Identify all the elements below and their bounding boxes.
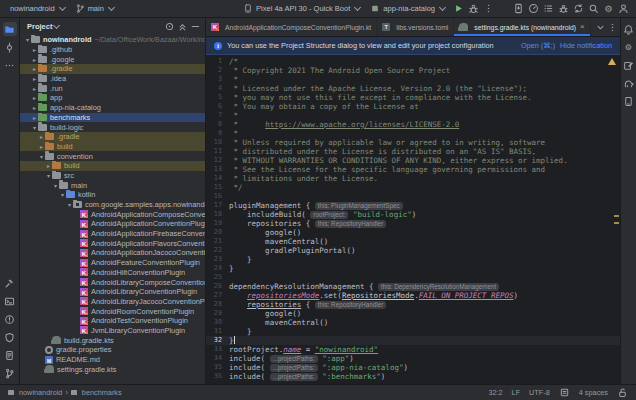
code-line-12[interactable]: 12 * WITHOUT WARRANTIES OR CONDITIONS OF… [206, 156, 620, 165]
run-icon[interactable] [451, 2, 465, 16]
settings-icon[interactable]: ⚙ [601, 2, 615, 16]
tree-item-.google[interactable]: ▸.google [20, 54, 205, 64]
code-line-14[interactable]: 14 * limitations under the License. [206, 174, 620, 183]
collapse-all-icon[interactable] [176, 21, 188, 33]
code-line-19[interactable]: 19 repositories { this: RepositoryHandle… [206, 219, 620, 228]
tree-item-AndroidApplicationFirebaseConventionPlugin[interactable]: AndroidApplicationFirebaseConventionPlug… [20, 229, 205, 239]
tree-item-AndroidRoomConventionPlugin[interactable]: AndroidRoomConventionPlugin [20, 306, 205, 316]
todo-list-icon[interactable] [541, 2, 555, 16]
tree-item-.run[interactable]: ▸.run [20, 83, 205, 93]
tree-item-.gradle[interactable]: ▸.gradle [20, 132, 205, 142]
tab-settings.gradle.kts (nowinandroid)[interactable]: settings.gradle.kts (nowinandroid)× [454, 18, 590, 36]
chevron-collapsed-icon[interactable]: ▸ [31, 85, 38, 92]
chevron-down-icon[interactable] [594, 21, 606, 33]
code-line-17[interactable]: 17pluginManagement { this: PluginManagem… [206, 201, 620, 210]
code-line-1[interactable]: 1/* [206, 57, 620, 66]
chevron-collapsed-icon[interactable]: ▸ [31, 75, 38, 82]
chevron-collapsed-icon[interactable]: ▸ [31, 46, 38, 53]
code-line-25[interactable]: 25 [206, 273, 620, 282]
attach-debugger-icon[interactable] [556, 2, 570, 16]
chevron-collapsed-icon[interactable]: ▸ [31, 104, 38, 111]
run-configuration-selector[interactable]: app-nia-catalog [366, 4, 449, 14]
code-line-22[interactable]: 22 gradlePluginPortal() [206, 246, 620, 255]
tree-item-nowinandroid[interactable]: ▾nowinandroid~/Data/OfficeWork/Bazaar/Wo… [20, 35, 205, 45]
chevron-expanded-icon[interactable]: ▾ [59, 191, 66, 198]
more-h-icon[interactable] [3, 58, 17, 72]
code-line-5[interactable]: 5 * you may not use this file except in … [206, 93, 620, 102]
code-line-2[interactable]: 2 * Copyright 2021 The Android Open Sour… [206, 66, 620, 75]
more-v-icon[interactable] [481, 2, 495, 16]
code-line-16[interactable]: 16 [206, 192, 620, 201]
notifications-icon[interactable] [622, 22, 636, 36]
tree-item-build[interactable]: ▸build [20, 161, 205, 171]
tree-item-.gradle[interactable]: ▸.gradle [20, 64, 205, 74]
code-line-8[interactable]: 8 * https://www.apache.org/licenses/LICE… [206, 120, 620, 129]
breadcrumb-project[interactable]: nowinandroid [19, 388, 62, 397]
hide-icon[interactable] [189, 21, 201, 33]
tree-item-convention[interactable]: ▾convention [20, 151, 205, 161]
tree-item-benchmarks[interactable]: ▸benchmarks [20, 113, 205, 123]
tab-libs.versions.toml[interactable]: libs.versions.toml [377, 18, 454, 36]
tree-item-gradle.properties[interactable]: gradle.properties [20, 345, 205, 355]
tree-item-README.md[interactable]: README.md [20, 355, 205, 365]
inspection-warning-icon[interactable] [608, 58, 616, 65]
tree-item-AndroidApplicationFlavorsConventionPlugin[interactable]: AndroidApplicationFlavorsConventionPlugi… [20, 238, 205, 248]
tree-item-settings.gradle.kts[interactable]: settings.gradle.kts [20, 364, 205, 374]
bug-icon[interactable] [466, 2, 480, 16]
app-quality-insights-icon[interactable] [3, 330, 17, 344]
code-line-21[interactable]: 21 mavenCentral() [206, 237, 620, 246]
gradle-icon[interactable] [622, 76, 636, 90]
code-line-34[interactable]: 34include( ...projectPaths: ":app") [206, 354, 620, 363]
tab-AndroidApplicationComposeConventionPlugin.kt[interactable]: AndroidApplicationComposeConventionPlugi… [206, 18, 377, 36]
version-control-icon[interactable] [3, 366, 17, 380]
code-line-20[interactable]: 20 google() [206, 228, 620, 237]
chevron-expanded-icon[interactable]: ▾ [66, 201, 73, 208]
scrollbar-warning-mark[interactable] [614, 222, 619, 224]
chevron-collapsed-icon[interactable]: ▸ [45, 162, 52, 169]
code-line-31[interactable]: 31 } [206, 327, 620, 336]
terminal-icon[interactable] [3, 294, 17, 308]
code-line-11[interactable]: 11 * distributed under the License is di… [206, 147, 620, 156]
file-properties-icon[interactable] [559, 387, 570, 398]
banner-hide-link[interactable]: Hide notification [560, 41, 612, 50]
code-line-27[interactable]: 27 repositoriesMode.set(RepositoriesMode… [206, 291, 620, 300]
project-icon[interactable] [3, 22, 17, 36]
tree-item-AndroidApplicationJacocoConventionPlugin[interactable]: AndroidApplicationJacocoConventionPlugin [20, 248, 205, 258]
commit-icon[interactable] [3, 40, 17, 54]
tree-item-AndroidHiltConventionPlugin[interactable]: AndroidHiltConventionPlugin [20, 268, 205, 278]
tree-item-AndroidLibraryComposeConventionPlugin[interactable]: AndroidLibraryComposeConventionPlugin [20, 277, 205, 287]
chevron-expanded-icon[interactable]: ▾ [24, 36, 31, 43]
sdk-manager-icon[interactable] [511, 2, 525, 16]
problems-icon[interactable] [3, 312, 17, 326]
tree-item-kotlin[interactable]: ▾kotlin [20, 190, 205, 200]
chevron-expanded-icon[interactable]: ▾ [52, 182, 59, 189]
tree-item-.idea[interactable]: ▸.idea [20, 74, 205, 84]
chevron-collapsed-icon[interactable]: ▸ [31, 114, 38, 121]
breadcrumb-module[interactable]: benchmarks [82, 388, 122, 397]
tree-item-build.gradle.kts[interactable]: build.gradle.kts [20, 335, 205, 345]
logcat-icon[interactable] [3, 348, 17, 362]
notification-settings-icon[interactable]: ⚙ [622, 40, 636, 54]
code-line-6[interactable]: 6 * You may obtain a copy of the License… [206, 102, 620, 111]
code-line-7[interactable]: 7 * [206, 111, 620, 120]
device-explorer-icon[interactable] [622, 94, 636, 108]
account-icon[interactable] [616, 2, 630, 16]
code-line-13[interactable]: 13 * See the License for the specific la… [206, 165, 620, 174]
chevron-collapsed-icon[interactable]: ▸ [38, 133, 45, 140]
code-line-18[interactable]: 18 includeBuild( rootProject: "build-log… [206, 210, 620, 219]
indent-widget[interactable]: 4 spaces [579, 388, 608, 397]
running-devices-icon[interactable] [622, 58, 636, 72]
code-line-33[interactable]: 33rootProject.name = "nowinandroid" [206, 345, 620, 354]
close-tab-icon[interactable]: × [580, 23, 585, 31]
chevron-expanded-icon[interactable]: ▾ [38, 153, 45, 160]
tree-item-com.google.samples.apps.nowinandroid[interactable]: ▾com.google.samples.apps.nowinandroid [20, 200, 205, 210]
scrollbar-warning-mark[interactable] [614, 215, 619, 217]
code-line-4[interactable]: 4 * Licensed under the Apache License, V… [206, 84, 620, 93]
tree-item-main[interactable]: ▾main [20, 180, 205, 190]
caret-position-widget[interactable]: 32:2 [488, 388, 502, 397]
code-line-30[interactable]: 30 mavenCentral() [206, 318, 620, 327]
chevron-collapsed-icon[interactable]: ▸ [38, 143, 45, 150]
project-panel-title[interactable]: Project [27, 22, 52, 31]
encoding-widget[interactable]: UTF-8 [529, 388, 550, 397]
tree-item-JvmLibraryConventionPlugin[interactable]: JvmLibraryConventionPlugin [20, 326, 205, 336]
